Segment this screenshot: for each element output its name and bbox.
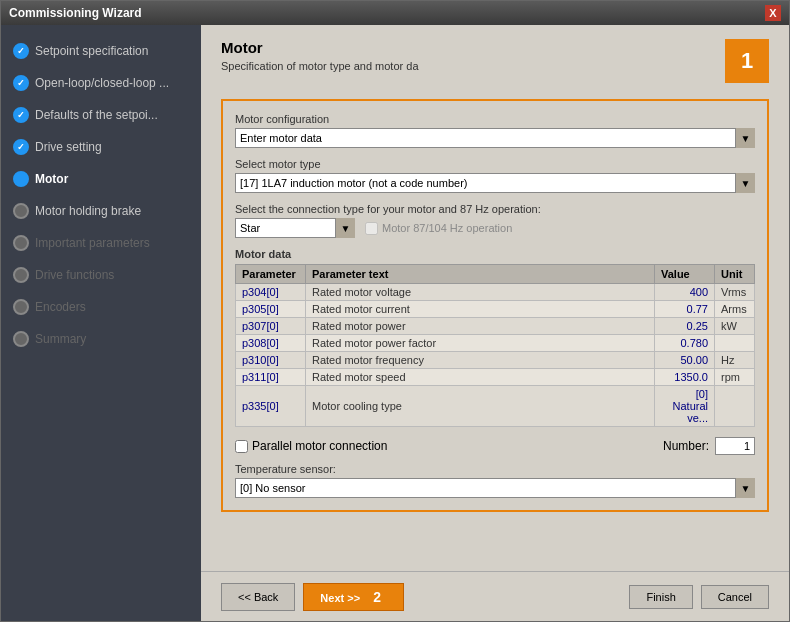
cell-value: 50.00 [655, 352, 715, 369]
sidebar-item-defaults[interactable]: ✓ Defaults of the setpoi... [1, 99, 201, 131]
cell-unit: rpm [715, 369, 755, 386]
cell-value: 1350.0 [655, 369, 715, 386]
defaults-icon: ✓ [13, 107, 29, 123]
sidebar-label-openloop: Open-loop/closed-loop ... [35, 76, 169, 90]
cancel-button[interactable]: Cancel [701, 585, 769, 609]
finish-button[interactable]: Finish [629, 585, 692, 609]
connection-type-group: Select the connection type for your moto… [235, 203, 755, 238]
connection-select[interactable]: Star [235, 218, 355, 238]
motor-config-group: Motor configuration Enter motor data ▼ [235, 113, 755, 148]
cell-text: Rated motor speed [306, 369, 655, 386]
sidebar-label-setpoint: Setpoint specification [35, 44, 148, 58]
connection-select-wrapper: Star ▼ [235, 218, 355, 238]
sidebar-item-functions[interactable]: Drive functions [1, 259, 201, 291]
page-subtitle: Specification of motor type and motor da [221, 60, 419, 72]
cell-param: p308[0] [236, 335, 306, 352]
sidebar-item-brake[interactable]: Motor holding brake [1, 195, 201, 227]
table-row: p308[0] Rated motor power factor 0.780 [236, 335, 755, 352]
back-button[interactable]: << Back [221, 583, 295, 611]
motor87-group: Motor 87/104 Hz operation [365, 222, 512, 235]
cell-unit: Arms [715, 301, 755, 318]
parallel-checkbox[interactable] [235, 440, 248, 453]
motor-icon [13, 171, 29, 187]
parallel-row: Parallel motor connection Number: [235, 437, 755, 455]
sidebar-label-encoders: Encoders [35, 300, 86, 314]
motor-config-select[interactable]: Enter motor data [235, 128, 755, 148]
motor-data-title: Motor data [235, 248, 755, 260]
orange-box: Motor configuration Enter motor data ▼ S… [221, 99, 769, 512]
sidebar-item-openloop[interactable]: ✓ Open-loop/closed-loop ... [1, 67, 201, 99]
next-button[interactable]: Next >> 2 [303, 583, 404, 611]
sidebar-item-setpoint[interactable]: ✓ Setpoint specification [1, 35, 201, 67]
cell-text: Rated motor frequency [306, 352, 655, 369]
motor-config-select-wrapper: Enter motor data ▼ [235, 128, 755, 148]
form-area: Motor configuration Enter motor data ▼ S… [201, 89, 789, 571]
cell-text: Rated motor power factor [306, 335, 655, 352]
cell-unit: Hz [715, 352, 755, 369]
motor-type-select-wrapper: [17] 1LA7 induction motor (not a code nu… [235, 173, 755, 193]
cell-param: p304[0] [236, 284, 306, 301]
col-header-param: Parameter [236, 265, 306, 284]
cell-param: p310[0] [236, 352, 306, 369]
motor-config-label: Motor configuration [235, 113, 755, 125]
main-panel: Motor Specification of motor type and mo… [201, 25, 789, 621]
table-row: p310[0] Rated motor frequency 50.00 Hz [236, 352, 755, 369]
cell-param: p311[0] [236, 369, 306, 386]
cell-unit [715, 386, 755, 427]
col-header-text: Parameter text [306, 265, 655, 284]
sidebar-item-encoders[interactable]: Encoders [1, 291, 201, 323]
number-input-group: Number: [663, 437, 755, 455]
table-row: p307[0] Rated motor power 0.25 kW [236, 318, 755, 335]
sidebar-label-summary: Summary [35, 332, 86, 346]
sidebar-label-brake: Motor holding brake [35, 204, 141, 218]
col-header-unit: Unit [715, 265, 755, 284]
cell-param: p305[0] [236, 301, 306, 318]
footer-left: << Back Next >> 2 [221, 583, 404, 611]
openloop-icon: ✓ [13, 75, 29, 91]
parallel-label: Parallel motor connection [252, 439, 387, 453]
cell-value: 400 [655, 284, 715, 301]
table-row: p311[0] Rated motor speed 1350.0 rpm [236, 369, 755, 386]
cell-value: [0] Natural ve... [655, 386, 715, 427]
main-header: Motor Specification of motor type and mo… [201, 25, 789, 89]
cell-param: p335[0] [236, 386, 306, 427]
motor-data-section: Motor data Parameter Parameter text Valu… [235, 248, 755, 427]
sidebar-item-motor[interactable]: Motor [1, 163, 201, 195]
sidebar-item-drive[interactable]: ✓ Drive setting [1, 131, 201, 163]
header-text: Motor Specification of motor type and mo… [221, 39, 419, 72]
sidebar-item-important[interactable]: Important parameters [1, 227, 201, 259]
temp-sensor-select-wrapper: [0] No sensor ▼ [235, 478, 755, 498]
motor-type-group: Select motor type [17] 1LA7 induction mo… [235, 158, 755, 193]
page-title: Motor [221, 39, 419, 56]
temp-sensor-select[interactable]: [0] No sensor [235, 478, 755, 498]
footer: << Back Next >> 2 Finish Cancel [201, 571, 789, 621]
sidebar-item-summary[interactable]: Summary [1, 323, 201, 355]
drive-icon: ✓ [13, 139, 29, 155]
cell-value: 0.25 [655, 318, 715, 335]
sidebar-label-defaults: Defaults of the setpoi... [35, 108, 158, 122]
motor-data-table: Parameter Parameter text Value Unit p304… [235, 264, 755, 427]
motor-type-label: Select motor type [235, 158, 755, 170]
temp-sensor-label: Temperature sensor: [235, 463, 755, 475]
parallel-left: Parallel motor connection [235, 439, 387, 453]
cell-text: Motor cooling type [306, 386, 655, 427]
cell-value: 0.77 [655, 301, 715, 318]
content-area: ✓ Setpoint specification ✓ Open-loop/clo… [1, 25, 789, 621]
number-input[interactable] [715, 437, 755, 455]
sidebar-label-important: Important parameters [35, 236, 150, 250]
table-row: p305[0] Rated motor current 0.77 Arms [236, 301, 755, 318]
cell-unit [715, 335, 755, 352]
table-row: p304[0] Rated motor voltage 400 Vrms [236, 284, 755, 301]
cell-unit: Vrms [715, 284, 755, 301]
close-button[interactable]: X [765, 5, 781, 21]
sidebar: ✓ Setpoint specification ✓ Open-loop/clo… [1, 25, 201, 621]
motor87-checkbox[interactable] [365, 222, 378, 235]
temp-sensor-section: Temperature sensor: [0] No sensor ▼ [235, 463, 755, 498]
sidebar-label-functions: Drive functions [35, 268, 114, 282]
connection-type-label: Select the connection type for your moto… [235, 203, 755, 215]
number-label: Number: [663, 439, 709, 453]
motor-type-select[interactable]: [17] 1LA7 induction motor (not a code nu… [235, 173, 755, 193]
functions-icon [13, 267, 29, 283]
connection-row: Star ▼ Motor 87/104 Hz operation [235, 218, 755, 238]
important-icon [13, 235, 29, 251]
